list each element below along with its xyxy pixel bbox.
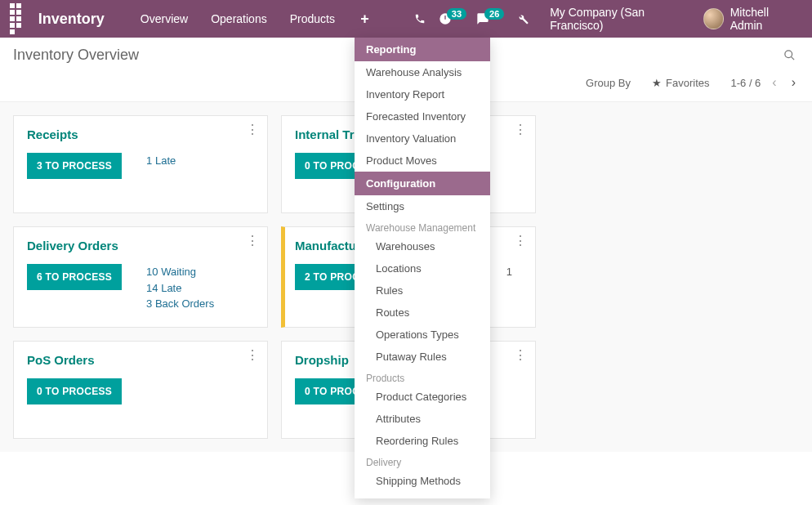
- messages-icon[interactable]: 26: [471, 12, 509, 25]
- card-menu-icon[interactable]: ⋮: [514, 126, 527, 134]
- card-delivery-orders[interactable]: ⋮ Delivery Orders 6 TO PROCESS 10 Waitin…: [13, 226, 268, 328]
- groupby-button[interactable]: Group By: [586, 77, 631, 89]
- dropdown-section-reporting: Reporting: [355, 38, 490, 61]
- pager-prev[interactable]: ‹: [769, 75, 779, 90]
- search-icon[interactable]: [780, 46, 799, 65]
- menu-settings[interactable]: Settings: [355, 195, 490, 217]
- menu-rules[interactable]: Rules: [355, 279, 490, 302]
- dropdown-section-configuration: Configuration: [355, 172, 490, 195]
- card-menu-icon[interactable]: ⋮: [246, 126, 259, 134]
- card-title: Delivery Orders: [27, 239, 254, 252]
- company-switcher[interactable]: My Company (San Francisco): [545, 6, 697, 32]
- app-title: Inventory: [38, 11, 105, 28]
- apps-icon[interactable]: [7, 0, 29, 38]
- nav-operations[interactable]: Operations: [199, 0, 278, 38]
- more-menu-dropdown: Reporting Warehouse Analysis Inventory R…: [355, 38, 490, 498]
- process-button[interactable]: 3 TO PROCESS: [27, 153, 122, 179]
- menu-routes[interactable]: Routes: [355, 302, 490, 324]
- process-button[interactable]: 6 TO PROCESS: [27, 264, 122, 290]
- dropdown-label-warehouse: Warehouse Management: [355, 217, 490, 235]
- dropdown-label-products: Products: [355, 368, 490, 386]
- menu-forecasted-inventory[interactable]: Forecasted Inventory: [355, 105, 490, 127]
- status-waiting[interactable]: 10 Waiting: [146, 264, 214, 280]
- nav-more-plus[interactable]: +: [346, 0, 383, 38]
- svg-line-1: [791, 56, 794, 60]
- menu-attributes[interactable]: Attributes: [355, 408, 490, 430]
- menu-inventory-report[interactable]: Inventory Report: [355, 83, 490, 105]
- menu-locations[interactable]: Locations: [355, 257, 490, 279]
- activity-icon[interactable]: 33: [434, 12, 471, 25]
- menu-product-moves[interactable]: Product Moves: [355, 150, 490, 172]
- card-menu-icon[interactable]: ⋮: [246, 237, 259, 245]
- status-list: 1 Late: [146, 153, 176, 169]
- top-navbar: Inventory Overview Operations Products +…: [0, 0, 812, 38]
- status-late-count: 1: [506, 264, 512, 280]
- star-icon: ★: [652, 77, 662, 89]
- card-title: Receipts: [27, 127, 254, 141]
- card-receipts[interactable]: ⋮ Receipts 3 TO PROCESS 1 Late: [13, 115, 268, 213]
- favorites-button[interactable]: ★ Favorites: [652, 77, 709, 89]
- dropdown-label-delivery: Delivery: [355, 452, 490, 470]
- nav-overview[interactable]: Overview: [129, 0, 199, 38]
- menu-reordering-rules[interactable]: Reordering Rules: [355, 430, 490, 452]
- status-list: 10 Waiting 14 Late 3 Back Orders: [146, 264, 214, 312]
- menu-warehouses[interactable]: Warehouses: [355, 235, 490, 257]
- status-late[interactable]: 1 Late: [146, 153, 176, 169]
- menu-putaway-rules[interactable]: Putaway Rules: [355, 346, 490, 368]
- menu-operations-types[interactable]: Operations Types: [355, 324, 490, 346]
- card-menu-icon[interactable]: ⋮: [514, 237, 527, 245]
- pager-next[interactable]: ›: [788, 75, 799, 90]
- menu-product-categories[interactable]: Product Categories: [355, 386, 490, 408]
- tools-icon[interactable]: [509, 0, 537, 38]
- menu-warehouse-analysis[interactable]: Warehouse Analysis: [355, 61, 490, 83]
- card-title: PoS Orders: [27, 353, 254, 367]
- svg-point-0: [785, 51, 792, 58]
- card-menu-icon[interactable]: ⋮: [246, 351, 259, 360]
- menu-inventory-valuation[interactable]: Inventory Valuation: [355, 127, 490, 150]
- status-late[interactable]: 14 Late: [146, 280, 214, 297]
- pager[interactable]: 1-6 / 6: [730, 77, 761, 89]
- card-menu-icon[interactable]: ⋮: [514, 351, 527, 360]
- activity-badge: 33: [447, 8, 466, 20]
- messages-badge: 26: [484, 8, 504, 20]
- phone-icon[interactable]: [406, 0, 434, 38]
- user-menu[interactable]: Mitchell Admin: [703, 6, 805, 32]
- status-backorders[interactable]: 3 Back Orders: [146, 296, 214, 312]
- avatar: [703, 8, 723, 29]
- user-name: Mitchell Admin: [730, 6, 799, 32]
- process-button[interactable]: 0 TO PROCESS: [27, 378, 122, 404]
- card-pos-orders[interactable]: ⋮ PoS Orders 0 TO PROCESS: [13, 341, 268, 439]
- page-title: Inventory Overview: [13, 47, 139, 64]
- menu-shipping-methods[interactable]: Shipping Methods: [355, 470, 490, 492]
- nav-products[interactable]: Products: [279, 0, 346, 38]
